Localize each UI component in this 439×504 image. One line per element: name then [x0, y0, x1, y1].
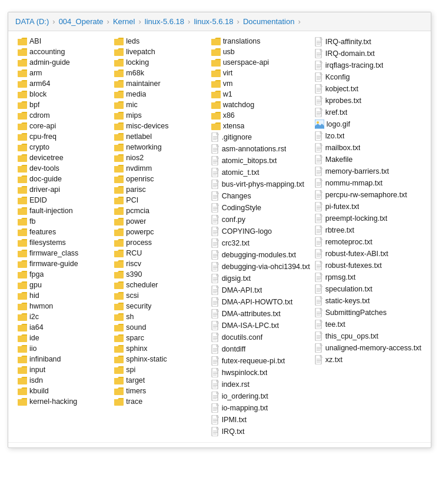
list-item[interactable]: conf.py: [209, 214, 312, 226]
list-item[interactable]: robust-futexes.txt: [312, 260, 424, 271]
list-item[interactable]: accounting: [15, 47, 112, 57]
list-item[interactable]: dev-tools: [15, 163, 112, 174]
list-item[interactable]: openrisc: [112, 174, 208, 184]
list-item[interactable]: filesystems: [15, 237, 112, 248]
list-item[interactable]: debugging-modules.txt: [209, 249, 312, 261]
list-item[interactable]: features: [15, 227, 112, 237]
list-item[interactable]: kbuild: [15, 386, 112, 396]
list-item[interactable]: firmware_class: [15, 248, 112, 258]
list-item[interactable]: COPYING-logo: [209, 226, 312, 237]
list-item[interactable]: fpga: [15, 269, 112, 280]
list-item[interactable]: ABI: [15, 36, 112, 47]
list-item[interactable]: percpu-rw-semaphore.txt: [312, 189, 424, 201]
list-item[interactable]: cdrom: [15, 110, 112, 121]
list-item[interactable]: livepatch: [112, 47, 208, 57]
list-item[interactable]: irqflags-tracing.txt: [312, 59, 424, 71]
list-item[interactable]: scsi: [112, 290, 208, 301]
list-item[interactable]: translations: [209, 36, 312, 47]
list-item[interactable]: IRQ.txt: [209, 426, 312, 437]
list-item[interactable]: crypto: [15, 142, 112, 152]
breadcrumb-kernel[interactable]: Kernel: [113, 17, 135, 26]
list-item[interactable]: kref.txt: [312, 107, 424, 118]
list-item[interactable]: timers: [112, 386, 208, 396]
list-item[interactable]: mips: [112, 110, 208, 121]
list-item[interactable]: s390: [112, 269, 208, 280]
list-item[interactable]: Kconfig: [312, 71, 424, 83]
list-item[interactable]: atomic_t.txt: [209, 167, 312, 178]
list-item[interactable]: atomic_bitops.txt: [209, 155, 312, 167]
list-item[interactable]: dontdiff: [209, 343, 312, 355]
list-item[interactable]: arm: [15, 68, 112, 78]
list-item[interactable]: index.rst: [209, 379, 312, 390]
list-item[interactable]: io_ordering.txt: [209, 390, 312, 402]
list-item[interactable]: input: [15, 364, 112, 375]
list-item[interactable]: nvdimm: [112, 163, 208, 174]
list-item[interactable]: fb: [15, 216, 112, 227]
list-item[interactable]: xtensa: [209, 121, 312, 131]
list-item[interactable]: leds: [112, 36, 208, 47]
list-item[interactable]: pcmcia: [112, 205, 208, 216]
list-item[interactable]: Makefile: [312, 154, 424, 165]
list-item[interactable]: devicetree: [15, 152, 112, 163]
list-item[interactable]: speculation.txt: [312, 283, 424, 295]
list-item[interactable]: unaligned-memory-access.txt: [312, 342, 424, 354]
list-item[interactable]: infiniband: [15, 354, 112, 364]
list-item[interactable]: kprobes.txt: [312, 95, 424, 107]
list-item[interactable]: tee.txt: [312, 319, 424, 330]
list-item[interactable]: lzo.txt: [312, 130, 424, 142]
list-item[interactable]: spi: [112, 364, 208, 375]
list-item[interactable]: media: [112, 89, 208, 100]
list-item[interactable]: kobject.txt: [312, 83, 424, 95]
list-item[interactable]: powerpc: [112, 227, 208, 237]
list-item[interactable]: IRQ-domain.txt: [312, 48, 424, 59]
list-item[interactable]: arm64: [15, 78, 112, 89]
list-item[interactable]: DMA-attributes.txt: [209, 308, 312, 320]
list-item[interactable]: virt: [209, 68, 312, 78]
list-item[interactable]: mic: [112, 100, 208, 110]
list-item[interactable]: Changes: [209, 190, 312, 202]
list-item[interactable]: DMA-API-HOWTO.txt: [209, 296, 312, 308]
list-item[interactable]: admin-guide: [15, 57, 112, 68]
list-item[interactable]: security: [112, 301, 208, 311]
list-item[interactable]: robust-futex-ABI.txt: [312, 248, 424, 260]
list-item[interactable]: logo.gif: [312, 118, 424, 130]
list-item[interactable]: preempt-locking.txt: [312, 213, 424, 224]
list-item[interactable]: driver-api: [15, 184, 112, 195]
list-item[interactable]: bpf: [15, 100, 112, 110]
list-item[interactable]: IRQ-affinity.txt: [312, 36, 424, 48]
list-item[interactable]: CodingStyle: [209, 202, 312, 214]
list-item[interactable]: memory-barriers.txt: [312, 165, 424, 177]
list-item[interactable]: rpmsg.txt: [312, 271, 424, 283]
list-item[interactable]: io-mapping.txt: [209, 402, 312, 414]
list-item[interactable]: RCU: [112, 248, 208, 258]
list-item[interactable]: rbtree.txt: [312, 224, 424, 236]
list-item[interactable]: bus-virt-phys-mapping.txt: [209, 178, 312, 190]
breadcrumb-documentation[interactable]: Documentation: [243, 17, 294, 26]
list-item[interactable]: process: [112, 237, 208, 248]
list-item[interactable]: cpu-freq: [15, 131, 112, 142]
list-item[interactable]: PCI: [112, 195, 208, 205]
list-item[interactable]: sphinx: [112, 343, 208, 354]
list-item[interactable]: userspace-api: [209, 57, 312, 68]
list-item[interactable]: gpu: [15, 280, 112, 290]
list-item[interactable]: kernel-hacking: [15, 396, 112, 407]
list-item[interactable]: x86: [209, 110, 312, 121]
list-item[interactable]: this_cpu_ops.txt: [312, 330, 424, 342]
breadcrumb-linux2[interactable]: linux-5.6.18: [194, 17, 233, 26]
list-item[interactable]: pi-futex.txt: [312, 201, 424, 213]
list-item[interactable]: fault-injection: [15, 205, 112, 216]
list-item[interactable]: usb: [209, 47, 312, 57]
list-item[interactable]: sound: [112, 322, 208, 333]
list-item[interactable]: riscv: [112, 258, 208, 269]
list-item[interactable]: parisc: [112, 184, 208, 195]
list-item[interactable]: maintainer: [112, 78, 208, 89]
list-item[interactable]: IPMI.txt: [209, 414, 312, 426]
list-item[interactable]: i2c: [15, 311, 112, 322]
list-item[interactable]: crc32.txt: [209, 237, 312, 249]
list-item[interactable]: sparc: [112, 333, 208, 343]
list-item[interactable]: sh: [112, 311, 208, 322]
breadcrumb-linux1[interactable]: linux-5.6.18: [145, 17, 184, 26]
list-item[interactable]: isdn: [15, 375, 112, 386]
list-item[interactable]: docutils.conf: [209, 331, 312, 343]
list-item[interactable]: xz.txt: [312, 354, 424, 366]
